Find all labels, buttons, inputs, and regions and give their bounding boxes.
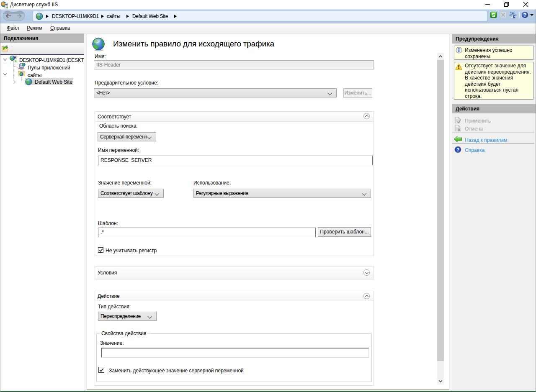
svg-text:?: ? [523,12,527,18]
svg-text:?: ? [456,147,459,152]
